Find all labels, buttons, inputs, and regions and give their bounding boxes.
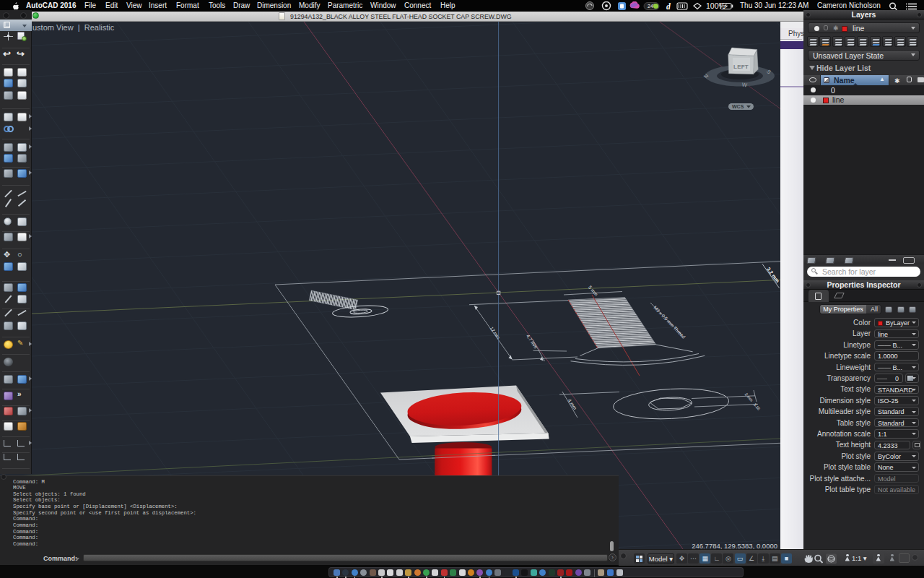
- svg-text:3.2 mm: 3.2 mm: [766, 267, 780, 283]
- svg-text:WCS: WCS: [732, 104, 744, 109]
- svg-text:4 mm: 4 mm: [567, 398, 578, 410]
- svg-text:12 mm: 12 mm: [489, 326, 502, 340]
- svg-text:LEFT: LEFT: [733, 64, 749, 70]
- svg-text:246.7784, 129.5383, 0.0000: 246.7784, 129.5383, 0.0000: [692, 542, 777, 549]
- svg-text:M3 x 0.5 mm Thread: M3 x 0.5 mm Thread: [653, 305, 687, 340]
- svg-text:d: d: [666, 2, 671, 11]
- svg-text:2 mm: 2 mm: [744, 392, 754, 403]
- svg-text:5 mm: 5 mm: [588, 285, 599, 297]
- svg-text:4.7 mm: 4.7 mm: [526, 334, 539, 350]
- svg-text:3.16: 3.16: [753, 402, 761, 411]
